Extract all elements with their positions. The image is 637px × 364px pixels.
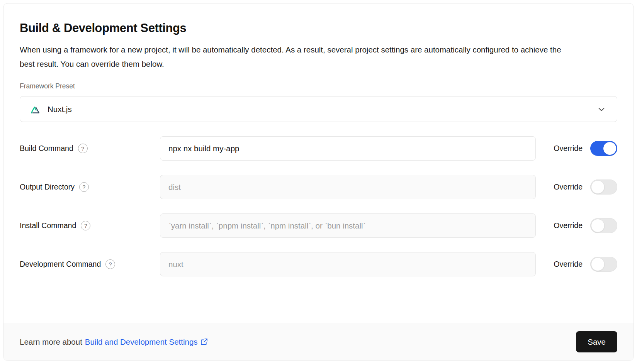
- docs-link-label: Build and Development Settings: [85, 337, 198, 347]
- external-link-icon: [200, 338, 208, 346]
- development-command-row: Development Command ? Override: [20, 252, 617, 276]
- page-title: Build & Development Settings: [20, 21, 617, 35]
- output-directory-input[interactable]: [160, 175, 536, 199]
- build-command-override-toggle[interactable]: [590, 141, 617, 156]
- output-directory-label: Output Directory: [20, 183, 75, 191]
- development-command-override-toggle[interactable]: [590, 257, 617, 272]
- toggle-knob: [603, 142, 617, 155]
- development-command-label: Development Command: [20, 260, 101, 269]
- override-label: Override: [554, 221, 583, 230]
- nuxt-logo-icon: [31, 104, 42, 114]
- framework-preset-value: Nuxt.js: [48, 105, 72, 114]
- install-command-row: Install Command ? Override: [20, 213, 617, 238]
- override-label: Override: [554, 183, 583, 191]
- install-command-input[interactable]: [160, 213, 536, 238]
- toggle-knob: [591, 180, 605, 194]
- output-directory-override-toggle[interactable]: [590, 179, 617, 195]
- help-icon[interactable]: ?: [78, 144, 88, 153]
- override-label: Override: [554, 144, 583, 153]
- output-directory-row: Output Directory ? Override: [20, 175, 617, 199]
- build-command-row: Build Command ? Override: [20, 136, 617, 161]
- install-command-label: Install Command: [20, 221, 76, 230]
- framework-preset-select[interactable]: Nuxt.js: [20, 96, 617, 122]
- settings-description: When using a framework for a new project…: [20, 42, 564, 71]
- help-icon[interactable]: ?: [81, 221, 90, 230]
- learn-more-text: Learn more about Build and Development S…: [20, 337, 208, 347]
- toggle-knob: [591, 257, 605, 271]
- build-settings-docs-link[interactable]: Build and Development Settings: [85, 337, 208, 347]
- install-command-override-toggle[interactable]: [590, 218, 617, 233]
- override-label: Override: [554, 260, 583, 269]
- save-button[interactable]: Save: [576, 331, 617, 352]
- build-command-input[interactable]: [160, 136, 536, 161]
- card-footer: Learn more about Build and Development S…: [3, 323, 634, 361]
- build-settings-card: Build & Development Settings When using …: [3, 3, 634, 361]
- help-icon[interactable]: ?: [79, 182, 89, 192]
- framework-preset-label: Framework Preset: [20, 82, 617, 90]
- toggle-knob: [591, 219, 605, 232]
- development-command-input[interactable]: [160, 252, 536, 276]
- chevron-down-icon: [596, 104, 606, 114]
- learn-more-prefix: Learn more about: [20, 337, 82, 347]
- build-command-label: Build Command: [20, 144, 73, 153]
- help-icon[interactable]: ?: [105, 259, 115, 269]
